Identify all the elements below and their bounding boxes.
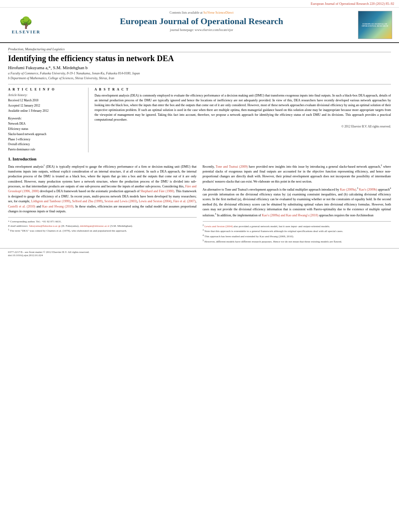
abstract-text: Data envelopment analysis (DEA) is commo… [95,93,391,122]
available-date: Available online 1 February 2012 [8,109,84,114]
footnote-2: 2 Lewis and Sexton (2004) also provided … [203,224,391,229]
affiliation-a: a Faculty of Commerce, Fukuoka Universit… [8,71,391,76]
footnote-divider-left: * Corresponding author. Tel.: +81 92 871… [8,217,197,233]
bottom-info: 0377-2217/$ - see front matter © 2012 El… [0,248,399,259]
keywords-list: Network DEA Efficiency status Slacks-bas… [8,121,84,152]
sciverse-line: Contents lists available at SciVerse Sci… [52,11,351,14]
elsevier-tree-icon: 🌳 [12,16,41,29]
affiliation-b: b Department of Mathematics, College of … [8,76,391,81]
keyword-3: Slacks-based network approach [8,132,84,137]
body-two-col: Data envelopment analysis1 (DEA) is typi… [8,164,391,244]
content-area: Production, Manufacturing and Logistics … [0,43,399,152]
abstract-header: A B S T R A C T [95,88,391,91]
journal-header: 🌳 ELSEVIER Contents lists available at S… [0,8,399,43]
footnote-star: * Corresponding author. Tel.: +81 92 871… [8,220,197,224]
journal-cover-image: EUROPEAN JOURNAL OF OPERATIONAL RESEARCH [355,11,395,39]
top-bar: European Journal of Operational Research… [0,0,399,8]
body-right-col: Recently, Tone and Tsutsui (2009) have p… [203,164,391,244]
main-body: 1. Introduction Data envelopment analysi… [0,152,399,248]
keyword-5: Overall efficiency [8,142,84,147]
history-label: Article history: [8,93,84,97]
footnote-3: 3 Note that this approach is extendable … [203,228,391,234]
article-info-header: A R T I C L E I N F O [8,88,84,91]
journal-title-area: Contents lists available at SciVerse Sci… [48,11,355,39]
journal-homepage: journal homepage: www.elsevier.com/locat… [52,28,351,32]
affiliations: a Faculty of Commerce, Fukuoka Universit… [8,71,391,81]
footnote-4: 4 This approach has been studied and ext… [203,234,391,239]
keyword-4: Phase 1-efficiency [8,137,84,142]
authors-line: Hirofumi Fukuyama a,*, S.M. Mirdehghan b [8,65,391,70]
article-dates: Received 12 March 2010 Accepted 12 Janua… [8,98,84,113]
elsevier-logo-area: 🌳 ELSEVIER [4,11,48,39]
doi-line: doi:10.1016/j.ejor.2012.01.024 [8,254,391,257]
keywords-label: Keywords: [8,117,84,120]
keyword-1: Network DEA [8,121,84,127]
intro-right-para-2: An alternative to Tone and Tsutsui's env… [203,187,391,218]
author-names: Hirofumi Fukuyama a,*, S.M. Mirdehghan b [8,65,88,70]
accepted-date: Accepted 12 January 2012 [8,103,84,109]
article-info: A R T I C L E I N F O Article history: R… [8,88,88,152]
section-label: Production, Manufacturing and Logistics [8,47,391,52]
article-info-abstract: A R T I C L E I N F O Article history: R… [8,84,391,152]
body-left-col: Data envelopment analysis1 (DEA) is typi… [8,164,197,244]
intro-left-para: Data envelopment analysis1 (DEA) is typi… [8,164,197,214]
footnote-divider-right: 2 Lewis and Sexton (2004) also provided … [203,221,391,244]
received-date: Received 12 March 2010 [8,98,84,103]
footnote-email: E-mail addresses: fukuyama@fukuoka-u.ac.… [8,224,197,228]
paper-title: Identifying the efficiency status in net… [8,54,391,63]
intro-title: 1. Introduction [8,156,391,161]
footnote-5: 5 However, different models have differe… [203,239,391,244]
copyright: © 2012 Elsevier B.V. All rights reserved… [95,125,391,128]
keyword-6: Pareto dominance rule [8,147,84,152]
sciverse-link[interactable]: SciVerse ScienceDirect [204,11,234,14]
footnote-1: 1 The term "DEA" was coined by Charnes e… [8,228,197,233]
elsevier-brand: ELSEVIER [12,29,41,34]
journal-title: European Journal of Operational Research [52,16,351,27]
journal-citation: European Journal of Operational Research… [311,2,394,6]
keyword-2: Efficiency status [8,127,84,132]
issn-line: 0377-2217/$ - see front matter © 2012 El… [8,251,391,254]
intro-right-para-1: Recently, Tone and Tsutsui (2009) have p… [203,164,391,184]
abstract-section: A B S T R A C T Data envelopment analysi… [95,88,391,152]
cover-thumbnail: EUROPEAN JOURNAL OF OPERATIONAL RESEARCH [358,11,392,39]
